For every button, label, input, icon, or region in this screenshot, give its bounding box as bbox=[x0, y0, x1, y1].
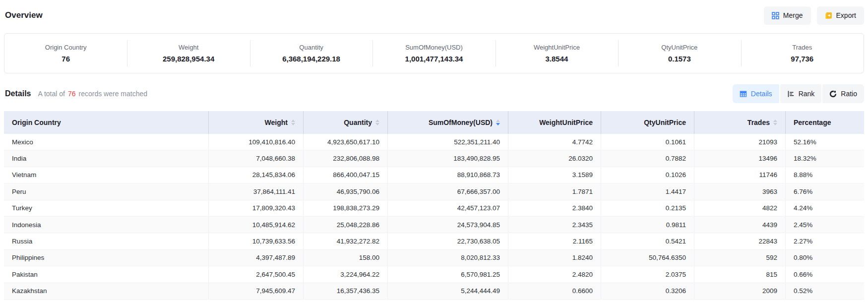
table-cell: 13496 bbox=[694, 150, 786, 166]
stat-value: 6,368,194,229.18 bbox=[282, 55, 340, 63]
table-cell: 0.1061 bbox=[601, 134, 694, 150]
sort-icon bbox=[773, 120, 777, 125]
table-cell: 3.1589 bbox=[508, 167, 601, 183]
column-label: Trades bbox=[747, 119, 770, 126]
table-cell: 8.88% bbox=[786, 167, 864, 183]
tab-details-label: Details bbox=[751, 90, 772, 98]
table-cell: 0.3206 bbox=[601, 283, 694, 299]
stat-quantity: Quantity 6,368,194,229.18 bbox=[250, 34, 372, 73]
table-cell: 7,048,660.38 bbox=[209, 150, 304, 166]
table-cell: 183,490,828.95 bbox=[388, 150, 508, 166]
match-count: 76 bbox=[68, 90, 76, 98]
table-cell: 158.00 bbox=[304, 250, 388, 266]
merge-button-label: Merge bbox=[783, 11, 803, 19]
table-cell: 0.66% bbox=[786, 266, 864, 282]
table-row[interactable]: Indonesia10,485,914.6225,048,228.8624,57… bbox=[4, 217, 864, 233]
table-row[interactable]: Pakistan2,647,500.453,224,964.226,570,98… bbox=[4, 266, 864, 283]
table-row[interactable]: Mexico109,410,816.404,923,650,617.10522,… bbox=[4, 134, 864, 150]
table-cell: 22843 bbox=[694, 233, 786, 249]
stat-weight-unit-price: WeightUnitPrice 3.8544 bbox=[496, 34, 618, 73]
table-cell: Kazakhstan bbox=[4, 283, 209, 299]
tab-rank[interactable]: Rank bbox=[780, 84, 822, 103]
stat-label: Quantity bbox=[299, 44, 323, 51]
table-cell: 0.5421 bbox=[601, 233, 694, 249]
table-cell: 4,397,487.89 bbox=[209, 250, 304, 266]
details-header: Details A total of76records were matched bbox=[4, 84, 864, 103]
merge-button[interactable]: Merge bbox=[764, 6, 811, 25]
table-cell: 1.4417 bbox=[601, 183, 694, 199]
table-cell: 2.45% bbox=[786, 217, 864, 233]
table-row[interactable]: Philippines4,397,487.89158.008,020,812.3… bbox=[4, 250, 864, 266]
table-cell: 0.7882 bbox=[601, 150, 694, 166]
details-title: Details bbox=[5, 89, 31, 98]
column-label: WeightUnitPrice bbox=[539, 119, 593, 126]
table-row[interactable]: India7,048,660.38232,806,088.98183,490,8… bbox=[4, 150, 864, 167]
table-cell: Russia bbox=[4, 233, 209, 249]
table-cell: 0.52% bbox=[786, 283, 864, 299]
table-cell: 6.76% bbox=[786, 183, 864, 199]
table-cell: Pakistan bbox=[4, 266, 209, 282]
column-header-sum-of-money[interactable]: SumOfMoney(USD) bbox=[388, 111, 508, 134]
table-cell: 2.27% bbox=[786, 233, 864, 249]
table-row[interactable]: Vietnam28,145,834.06866,400,047.1588,910… bbox=[4, 167, 864, 183]
table-cell: Indonesia bbox=[4, 217, 209, 233]
table-row[interactable]: Russia10,739,633.5641,932,272.8222,730,6… bbox=[4, 233, 864, 249]
table-cell: 4822 bbox=[694, 200, 786, 216]
table-cell: 16,357,436.35 bbox=[304, 283, 388, 299]
stat-sum-of-money: SumOfMoney(USD) 1,001,477,143.34 bbox=[372, 34, 495, 73]
table-cell: 25,048,228.86 bbox=[304, 217, 388, 233]
column-header-weight[interactable]: Weight bbox=[209, 111, 304, 134]
table-cell: 198,838,273.29 bbox=[304, 200, 388, 216]
stat-origin-country: Origin Country 76 bbox=[4, 34, 127, 73]
sort-icon bbox=[291, 120, 295, 125]
table-cell: 7,945,609.47 bbox=[209, 283, 304, 299]
table-cell: 22,730,638.05 bbox=[388, 233, 508, 249]
table-cell: 0.80% bbox=[786, 250, 864, 266]
column-header-trades[interactable]: Trades bbox=[694, 111, 786, 134]
column-label: Percentage bbox=[794, 119, 831, 126]
stat-value: 259,828,954.34 bbox=[163, 55, 214, 63]
match-suffix: records were matched bbox=[79, 90, 148, 98]
table-cell: 4439 bbox=[694, 217, 786, 233]
table-cell: 46,935,790.06 bbox=[304, 183, 388, 199]
column-header-weight-unit-price: WeightUnitPrice bbox=[508, 111, 601, 134]
table-cell: 11746 bbox=[694, 167, 786, 183]
table-row[interactable]: Turkey17,809,320.43198,838,273.2942,457,… bbox=[4, 200, 864, 217]
export-button[interactable]: Export bbox=[817, 6, 864, 25]
column-header-qty-unit-price: QtyUnitPrice bbox=[601, 111, 694, 134]
table-cell: 2.0375 bbox=[601, 266, 694, 282]
table-cell: 5,244,444.49 bbox=[388, 283, 508, 299]
table-cell: Peru bbox=[4, 183, 209, 199]
stat-value: 1,001,477,143.34 bbox=[405, 55, 463, 63]
table-cell: Mexico bbox=[4, 134, 209, 150]
table-cell: 28,145,834.06 bbox=[209, 167, 304, 183]
table-cell: 0.1026 bbox=[601, 167, 694, 183]
table-cell: 0.6600 bbox=[508, 283, 601, 299]
sort-icon bbox=[375, 120, 379, 125]
table-cell: 2.4820 bbox=[508, 266, 601, 282]
table-cell: 26.0320 bbox=[508, 150, 601, 166]
table-row[interactable]: Peru37,864,111.4146,935,790.0667,666,357… bbox=[4, 183, 864, 200]
match-prefix: A total of bbox=[38, 90, 64, 98]
tab-details[interactable]: Details bbox=[733, 84, 779, 103]
stat-value: 97,736 bbox=[791, 55, 813, 63]
table-cell: 10,739,633.56 bbox=[209, 233, 304, 249]
match-summary: A total of76records were matched bbox=[38, 90, 147, 98]
table-row[interactable]: Kazakhstan7,945,609.4716,357,436.355,244… bbox=[4, 283, 864, 300]
table-cell: 592 bbox=[694, 250, 786, 266]
stat-weight: Weight 259,828,954.34 bbox=[127, 34, 249, 73]
table-cell: 866,400,047.15 bbox=[304, 167, 388, 183]
table-cell: 3,224,964.22 bbox=[304, 266, 388, 282]
ratio-icon bbox=[829, 90, 837, 98]
table-cell: 10,485,914.62 bbox=[209, 217, 304, 233]
table-cell: 2,647,500.45 bbox=[209, 266, 304, 282]
table-cell: 1.7871 bbox=[508, 183, 601, 199]
table-cell: 522,351,211.40 bbox=[388, 134, 508, 150]
tab-ratio[interactable]: Ratio bbox=[822, 84, 864, 103]
details-table: Origin Country Weight Quantity SumOfMone… bbox=[4, 111, 864, 300]
table-cell: Philippines bbox=[4, 250, 209, 266]
table-cell: 0.2135 bbox=[601, 200, 694, 216]
stat-value: 0.1573 bbox=[668, 55, 691, 63]
column-header-quantity[interactable]: Quantity bbox=[304, 111, 388, 134]
table-cell: 2009 bbox=[694, 283, 786, 299]
